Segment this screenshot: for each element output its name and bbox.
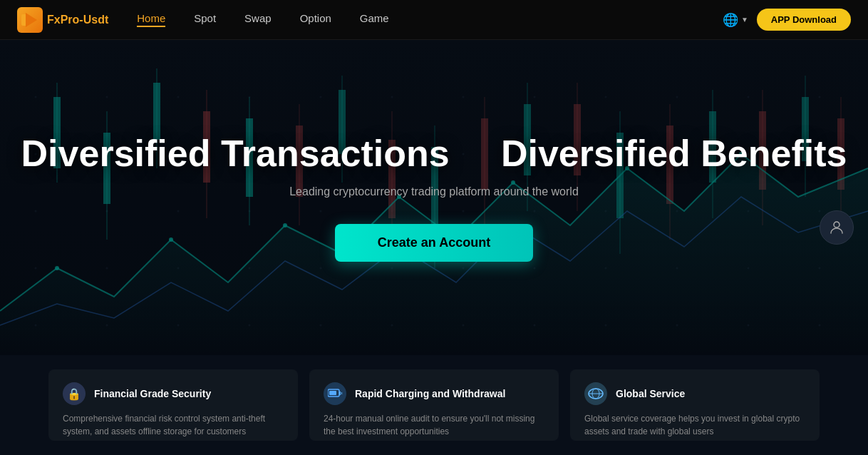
feature-desc-charging: 24-hour manual online audit to ensure yo… (324, 412, 544, 438)
feature-desc-global: Global service coverage helps you invest… (584, 412, 805, 438)
hero-title-line1: Diversified Transactions (21, 133, 450, 174)
nav-link-spot[interactable]: Spot (194, 12, 216, 27)
security-icon: 🔒 (63, 382, 86, 405)
nav-links: Home Spot Swap Option Game (137, 12, 723, 27)
hero-content: Diversified Transactions Diversified Ben… (7, 133, 862, 262)
navbar: FxPro-Usdt Home Spot Swap Option Game 🌐 … (0, 0, 868, 40)
svg-rect-107 (329, 391, 336, 395)
nav-link-swap[interactable]: Swap (244, 12, 272, 27)
svg-point-8 (391, 96, 393, 98)
app-download-button[interactable]: APP Download (757, 9, 851, 31)
svg-point-3 (35, 96, 37, 98)
svg-marker-1 (26, 13, 37, 27)
feature-card-security: 🔒 Financial Grade Security Comprehensive… (48, 369, 298, 441)
svg-point-11 (605, 96, 607, 98)
features-section: 🔒 Financial Grade Security Comprehensive… (0, 355, 868, 455)
feature-title-charging: Rapid Charging and Withdrawal (355, 388, 505, 399)
svg-point-7 (320, 96, 322, 98)
svg-point-14 (819, 96, 821, 98)
feature-header-security: 🔒 Financial Grade Security (63, 382, 284, 405)
hero-section: Diversified Transactions Diversified Ben… (0, 40, 868, 355)
charging-icon (324, 382, 346, 405)
svg-rect-68 (153, 83, 160, 140)
hero-title: Diversified Transactions Diversified Ben… (21, 133, 847, 174)
svg-point-12 (676, 96, 678, 98)
svg-point-113 (834, 222, 839, 228)
chevron-down-icon: ▼ (741, 16, 748, 24)
svg-point-9 (463, 96, 465, 98)
svg-point-13 (748, 96, 750, 98)
feature-title-security: Financial Grade Security (94, 388, 211, 399)
feature-title-global: Global Service (616, 388, 685, 399)
svg-point-40 (106, 267, 108, 270)
logo-text: FxPro-Usdt (47, 14, 108, 26)
nav-right: 🌐 ▼ APP Download (723, 9, 851, 31)
hero-title-line2: Diversified Benefits (501, 133, 847, 174)
svg-point-39 (35, 267, 37, 270)
svg-point-5 (177, 96, 180, 98)
logo[interactable]: FxPro-Usdt (17, 7, 108, 33)
svg-point-10 (534, 96, 536, 98)
feature-card-charging: Rapid Charging and Withdrawal 24-hour ma… (309, 369, 559, 441)
hero-subtitle: Leading cryptocurrency trading platform … (21, 185, 847, 198)
svg-point-99 (55, 266, 59, 270)
globe-icon: 🌐 (723, 12, 738, 28)
language-button[interactable]: 🌐 ▼ (723, 12, 748, 28)
logo-icon (17, 7, 43, 33)
support-button[interactable] (820, 210, 854, 245)
feature-header-global: Global Service (584, 382, 805, 405)
create-account-button[interactable]: Create an Account (335, 224, 533, 262)
nav-link-home[interactable]: Home (137, 12, 165, 27)
global-icon (584, 382, 607, 405)
feature-desc-security: Comprehensive financial risk control sys… (63, 412, 284, 438)
nav-link-game[interactable]: Game (360, 12, 389, 27)
feature-header-charging: Rapid Charging and Withdrawal (324, 382, 544, 405)
svg-point-4 (106, 96, 108, 98)
nav-link-option[interactable]: Option (300, 12, 331, 27)
feature-card-global: Global Service Global service coverage h… (570, 369, 820, 441)
